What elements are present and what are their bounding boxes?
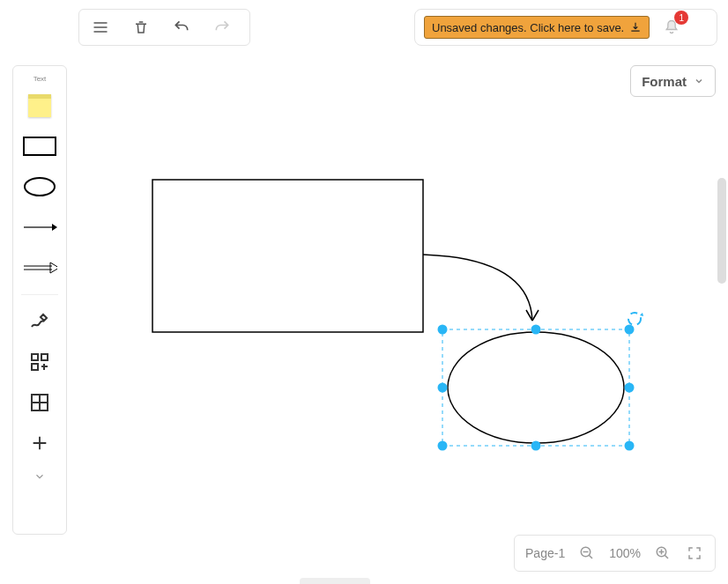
shape-arrow-thick[interactable] bbox=[21, 250, 58, 285]
shape-arrow-thin[interactable] bbox=[21, 210, 58, 245]
bottom-drag-handle[interactable] bbox=[300, 578, 370, 584]
trash-icon bbox=[133, 19, 149, 35]
insert-tool[interactable] bbox=[21, 425, 58, 461]
zoom-in-button[interactable] bbox=[653, 543, 672, 563]
svg-rect-7 bbox=[32, 354, 38, 360]
download-icon bbox=[629, 21, 642, 33]
ellipse-icon bbox=[22, 175, 57, 198]
notifications-button[interactable]: 1 bbox=[660, 16, 683, 39]
zoom-out-button[interactable] bbox=[577, 543, 597, 563]
svg-rect-9 bbox=[41, 354, 48, 360]
notification-badge: 1 bbox=[674, 11, 688, 25]
canvas-ellipse[interactable] bbox=[448, 332, 624, 443]
redo-button[interactable] bbox=[208, 13, 236, 41]
zoom-level[interactable]: 100% bbox=[609, 546, 641, 560]
save-banner-text: Unsaved changes. Click here to save. bbox=[432, 21, 624, 34]
vertical-scrollbar[interactable] bbox=[717, 178, 726, 284]
sticky-note-icon bbox=[28, 94, 51, 117]
canvas-connector[interactable] bbox=[423, 255, 532, 321]
shapes-panel: Text bbox=[12, 65, 67, 535]
svg-marker-6 bbox=[50, 262, 57, 273]
rectangle-icon bbox=[22, 136, 57, 157]
redo-icon bbox=[213, 18, 231, 36]
fullscreen-button[interactable] bbox=[685, 543, 704, 563]
expand-sidebar[interactable] bbox=[21, 466, 58, 487]
menu-button[interactable] bbox=[86, 13, 115, 41]
chevron-down-icon bbox=[33, 470, 46, 483]
resize-handle-n[interactable] bbox=[531, 325, 541, 335]
svg-rect-0 bbox=[24, 137, 56, 155]
resize-handle-nw[interactable] bbox=[438, 325, 448, 335]
resize-handle-w[interactable] bbox=[438, 383, 448, 393]
canvas-rectangle[interactable] bbox=[152, 180, 423, 332]
rotation-handle[interactable] bbox=[628, 313, 643, 325]
arrow-thin-icon bbox=[22, 220, 57, 234]
resize-handle-e[interactable] bbox=[625, 383, 635, 393]
hamburger-icon bbox=[92, 18, 109, 36]
undo-button[interactable] bbox=[167, 13, 196, 41]
freehand-icon bbox=[29, 311, 50, 332]
shape-sticky-note[interactable] bbox=[21, 88, 58, 123]
add-shape-tool[interactable] bbox=[21, 344, 58, 380]
resize-handle-ne[interactable] bbox=[625, 325, 635, 335]
plus-icon bbox=[30, 433, 49, 453]
zoom-out-icon bbox=[579, 545, 595, 561]
table-tool[interactable] bbox=[21, 385, 58, 420]
arrow-thick-icon bbox=[22, 261, 57, 275]
zoom-in-icon bbox=[655, 545, 671, 561]
sidebar-divider bbox=[21, 294, 58, 295]
resize-handle-se[interactable] bbox=[625, 441, 635, 451]
resize-handle-sw[interactable] bbox=[438, 441, 448, 451]
shape-ellipse[interactable] bbox=[21, 169, 58, 204]
save-changes-button[interactable]: Unsaved changes. Click here to save. bbox=[424, 16, 650, 39]
freehand-tool[interactable] bbox=[21, 304, 58, 339]
undo-icon bbox=[173, 18, 190, 36]
save-banner: Unsaved changes. Click here to save. 1 bbox=[414, 9, 717, 46]
resize-handle-s[interactable] bbox=[531, 441, 541, 451]
svg-point-1 bbox=[25, 178, 55, 196]
delete-button[interactable] bbox=[127, 13, 155, 41]
top-toolbar bbox=[78, 9, 250, 46]
svg-marker-3 bbox=[52, 224, 57, 231]
status-bar: Page-1 100% bbox=[514, 535, 716, 572]
shape-text-tool[interactable]: Text bbox=[33, 75, 47, 83]
table-icon bbox=[29, 392, 50, 413]
svg-rect-8 bbox=[32, 364, 38, 370]
grid-plus-icon bbox=[29, 351, 50, 373]
fullscreen-icon bbox=[687, 545, 702, 561]
svg-point-11 bbox=[628, 313, 641, 325]
page-label[interactable]: Page-1 bbox=[525, 546, 565, 560]
shape-rectangle[interactable] bbox=[21, 129, 58, 164]
canvas[interactable] bbox=[72, 55, 728, 535]
